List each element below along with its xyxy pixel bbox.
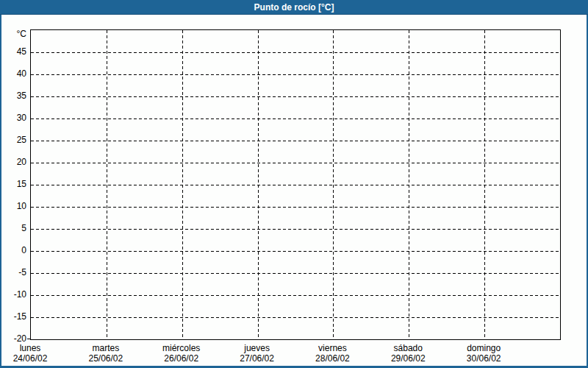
x-tick-martes: martes25/06/02	[65, 343, 146, 364]
y-tick-label--15: -15	[3, 311, 26, 322]
x-tick-date: 25/06/02	[65, 353, 146, 364]
x-tick-date: 26/06/02	[141, 353, 222, 364]
x-tick-lunes: lunes24/06/02	[0, 343, 71, 364]
x-tick-dayname: viernes	[292, 343, 373, 353]
x-tick-dayname: sábado	[368, 343, 448, 353]
y-tick-label--10: -10	[3, 289, 26, 300]
x-tick-date: 30/06/02	[443, 353, 524, 364]
gridline-vertical-day-2	[182, 30, 183, 339]
gridline-vertical-day-6	[484, 30, 485, 339]
gridline-horizontal-5	[31, 229, 559, 230]
axis-end-tick	[27, 339, 30, 339]
x-tick-date: 29/06/02	[368, 353, 448, 364]
y-tick-label-25: 25	[3, 134, 26, 146]
y-tick-label-20: 20	[3, 156, 26, 168]
x-tick-dayname: martes	[65, 343, 146, 353]
gridline-horizontal-35	[31, 96, 559, 97]
x-tick-date: 24/06/02	[0, 353, 71, 364]
gridline-vertical-day-3	[258, 30, 259, 339]
gridline-horizontal--10	[31, 295, 559, 296]
y-tick-label-40: 40	[3, 68, 26, 79]
x-tick-dayname: miércoles	[141, 343, 222, 353]
gridline-vertical-day-4	[333, 30, 334, 339]
x-tick-domingo: domingo30/06/02	[443, 343, 524, 364]
y-tick-label-0: 0	[3, 244, 26, 256]
y-tick-label-45: 45	[3, 46, 26, 57]
x-tick-viernes: viernes28/06/02	[292, 343, 373, 364]
gridline-horizontal-10	[31, 207, 559, 208]
plot-area	[30, 29, 561, 340]
gridline-horizontal-40	[31, 74, 559, 75]
chart-title-bar: Punto de rocío [°C]	[0, 0, 588, 15]
chart-title: Punto de rocío [°C]	[254, 2, 334, 13]
gridline-horizontal-45	[31, 52, 559, 53]
y-tick-label--5: -5	[3, 266, 26, 278]
gridline-horizontal--15	[31, 317, 559, 318]
x-tick-dayname: lunes	[0, 343, 71, 353]
gridline-horizontal-15	[31, 185, 559, 185]
x-tick-dayname: jueves	[217, 343, 298, 353]
y-tick-label-5: 5	[3, 222, 26, 234]
x-tick-date: 28/06/02	[292, 353, 373, 364]
y-axis-unit-label: °C	[3, 28, 26, 40]
y-tick-label-10: 10	[3, 200, 26, 212]
y-tick-label-35: 35	[3, 90, 26, 102]
gridline-horizontal--5	[31, 273, 559, 274]
x-tick-miércoles: miércoles26/06/02	[141, 343, 222, 364]
x-tick-date: 27/06/02	[217, 353, 298, 364]
x-tick-jueves: jueves27/06/02	[217, 343, 298, 364]
gridline-horizontal-25	[31, 141, 559, 141]
gridline-horizontal-30	[31, 118, 559, 119]
x-tick-dayname: domingo	[443, 343, 524, 353]
gridline-horizontal-0	[31, 251, 559, 252]
x-tick-sábado: sábado29/06/02	[368, 343, 448, 364]
gridline-horizontal-20	[31, 163, 559, 163]
gridline-vertical-day-5	[409, 30, 409, 339]
y-tick-label-15: 15	[3, 178, 26, 190]
gridline-vertical-day-1	[107, 30, 107, 339]
y-tick-label-30: 30	[3, 112, 26, 124]
chart-window: Punto de rocío [°C] °C454035302520151050…	[0, 0, 588, 368]
